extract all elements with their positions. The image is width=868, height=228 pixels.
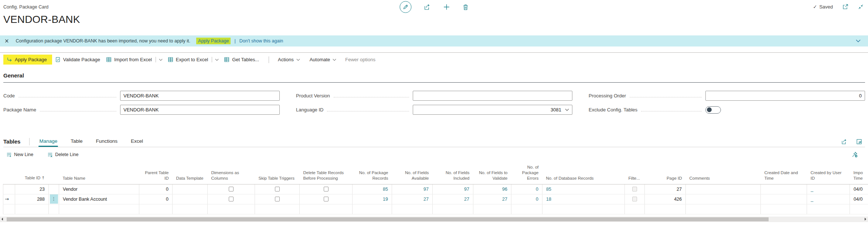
skip-table-triggers-checkbox[interactable]	[275, 197, 280, 201]
no-of-package-records-cell[interactable]: 19	[353, 194, 392, 204]
tab-functions[interactable]: Functions	[95, 137, 118, 147]
created-by-user-id-cell[interactable]: _	[807, 194, 850, 204]
delete-table-records-checkbox[interactable]	[324, 187, 329, 191]
no-of-fields-included-cell[interactable]: 97	[433, 184, 473, 194]
expand-part-button[interactable]	[856, 139, 862, 145]
no-of-fields-to-validate-cell[interactable]: 96	[473, 184, 511, 194]
dimensions-as-columns-checkbox[interactable]	[229, 187, 234, 191]
col-page-id[interactable]: Page ID	[645, 162, 686, 184]
data-template-cell[interactable]	[173, 194, 208, 204]
processing-order-input[interactable]	[705, 91, 865, 101]
language-id-input[interactable]: 3081	[413, 105, 572, 115]
col-created-date-and-time[interactable]: Created Date and Time	[761, 162, 807, 184]
no-of-fields-included-cell[interactable]: 27	[433, 194, 473, 204]
col-filtered[interactable]: Filte...	[625, 162, 645, 184]
new-button[interactable]	[443, 4, 450, 10]
created-date-and-time-cell[interactable]	[761, 194, 807, 204]
no-of-database-records-cell[interactable]: 85	[542, 184, 625, 194]
apply-package-button[interactable]: Apply Package	[3, 55, 52, 65]
col-created-by-user-id[interactable]: Created by User ID	[807, 162, 850, 184]
chevron-down-icon[interactable]	[565, 108, 569, 111]
created-by-user-id-cell[interactable]: _	[807, 184, 850, 194]
row-menu-button[interactable]: ⋮	[50, 194, 58, 204]
parent-table-id-cell[interactable]: 0	[139, 194, 173, 204]
scroll-right-arrow-icon[interactable]	[865, 218, 866, 221]
imported-time-cell[interactable]: 04/0	[850, 194, 868, 204]
created-date-and-time-cell[interactable]	[761, 184, 807, 194]
tab-excel[interactable]: Excel	[130, 137, 144, 147]
col-comments[interactable]: Comments	[686, 162, 761, 184]
new-line-button[interactable]: New Line	[3, 150, 36, 159]
col-parent-table-id[interactable]: Parent Table ID	[139, 162, 173, 184]
col-dimensions-as-columns[interactable]: Dimensions as Columns	[208, 162, 255, 184]
dont-show-again-link[interactable]: Don't show this again	[239, 38, 283, 44]
open-in-new-window-button[interactable]	[843, 4, 848, 10]
package-name-input[interactable]	[120, 105, 280, 115]
tab-manage[interactable]: Manage	[38, 137, 58, 147]
col-skip-table-triggers[interactable]: Skip Table Triggers	[255, 162, 300, 184]
delete-table-records-checkbox[interactable]	[324, 197, 329, 201]
general-section-heading[interactable]: General	[3, 72, 865, 83]
col-data-template[interactable]: Data Template	[173, 162, 208, 184]
table-id-cell[interactable]: 288	[15, 194, 49, 204]
horizontal-scrollbar[interactable]	[0, 217, 868, 222]
col-no-of-database-records[interactable]: No. of Database Records	[542, 162, 625, 184]
no-of-package-records-cell[interactable]: 85	[353, 184, 392, 194]
share-part-button[interactable]	[841, 139, 847, 145]
page-id-cell[interactable]: 27	[645, 184, 686, 194]
comments-cell[interactable]	[686, 184, 761, 194]
exclude-config-tables-toggle[interactable]	[705, 106, 721, 114]
share-button[interactable]	[424, 4, 430, 10]
close-icon[interactable]: ×	[4, 38, 9, 44]
no-of-package-errors-cell[interactable]: 0	[511, 184, 542, 194]
dimensions-as-columns-checkbox[interactable]	[229, 197, 234, 201]
apply-package-link[interactable]: Apply Package	[196, 38, 231, 44]
import-from-excel-dropdown[interactable]	[157, 57, 165, 63]
automate-menu-button[interactable]: Automate	[307, 55, 340, 64]
col-table-id[interactable]: Table ID↑	[15, 162, 49, 184]
skip-table-triggers-checkbox[interactable]	[275, 187, 280, 191]
tables-section-heading[interactable]: Tables	[3, 138, 20, 145]
product-version-input[interactable]	[413, 91, 572, 101]
tab-table[interactable]: Table	[70, 137, 83, 147]
banner-chevron-down-icon[interactable]	[856, 39, 861, 42]
table-name-cell[interactable]: Vendor Bank Account	[59, 194, 139, 204]
actions-menu-button[interactable]: Actions	[275, 55, 303, 64]
no-of-fields-available-cell[interactable]: 27	[392, 194, 433, 204]
no-of-package-errors-cell[interactable]: 0	[511, 194, 542, 204]
col-no-of-fields-to-validate[interactable]: No. of Fields to Validate	[473, 162, 511, 184]
delete-button[interactable]	[462, 4, 469, 10]
data-template-cell[interactable]	[173, 184, 208, 194]
col-table-name[interactable]: Table Name	[59, 162, 139, 184]
code-input[interactable]	[120, 91, 280, 101]
no-of-fields-available-cell[interactable]: 97	[392, 184, 433, 194]
export-to-excel-button[interactable]: Export to Excel	[165, 55, 211, 64]
export-to-excel-dropdown[interactable]	[213, 57, 221, 63]
scrollbar-thumb[interactable]	[7, 217, 769, 221]
validate-package-button[interactable]: Validate Package	[52, 55, 103, 64]
col-no-of-package-errors[interactable]: No. of Package Errors	[511, 162, 542, 184]
row-selector-cell[interactable]: →	[3, 194, 15, 204]
page-id-cell[interactable]: 426	[645, 194, 686, 204]
comments-cell[interactable]	[686, 194, 761, 204]
edit-button[interactable]	[399, 1, 411, 13]
table-id-cell[interactable]: 23	[15, 184, 49, 194]
no-of-database-records-cell[interactable]: 18	[542, 194, 625, 204]
import-from-excel-button[interactable]: Import from Excel	[103, 55, 155, 64]
col-imported-time[interactable]: Impo Time	[850, 162, 868, 184]
col-no-of-package-records[interactable]: No. of Package Records	[353, 162, 392, 184]
scroll-left-arrow-icon[interactable]	[1, 218, 3, 221]
table-name-cell[interactable]: Vendor	[59, 184, 139, 194]
col-delete-table-records[interactable]: Delete Table Records Before Processing	[300, 162, 353, 184]
col-no-of-fields-available[interactable]: No. of Fields Available	[392, 162, 433, 184]
parent-table-id-cell[interactable]: 0	[139, 184, 173, 194]
delete-line-button[interactable]: Delete Line	[44, 150, 81, 159]
imported-time-cell[interactable]: 04/0	[850, 184, 868, 194]
get-tables-button[interactable]: Get Tables...	[221, 55, 262, 64]
unpin-button[interactable]	[852, 152, 858, 158]
no-of-fields-to-validate-cell[interactable]: 27	[473, 194, 511, 204]
collapse-button[interactable]	[858, 4, 864, 10]
row-selector-cell[interactable]	[3, 184, 15, 194]
fewer-options-button[interactable]: Fewer options	[342, 55, 378, 64]
col-no-of-fields-included[interactable]: No. of Fields Included	[433, 162, 473, 184]
